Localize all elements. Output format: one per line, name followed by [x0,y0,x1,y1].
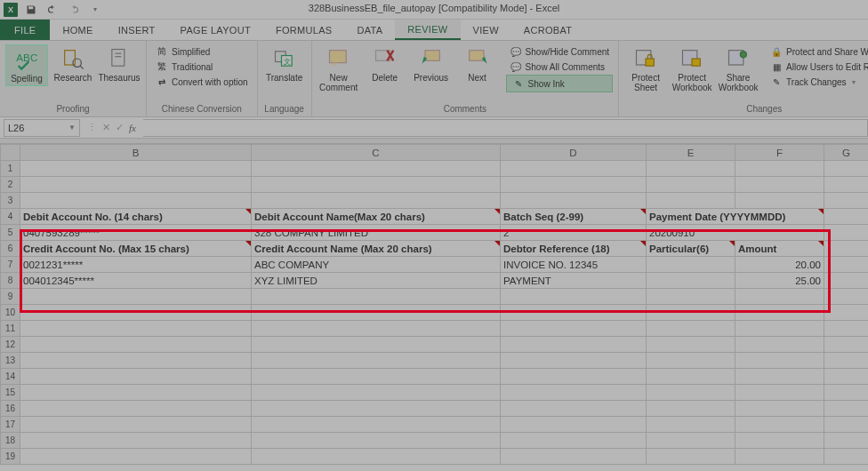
protect-workbook-button[interactable]: Protect Workbook [671,44,713,94]
row-header[interactable]: 12 [1,337,20,353]
delete-icon [373,46,398,71]
previous-comment-button[interactable]: Previous [410,44,453,84]
cell[interactable]: Debit Account No. (14 chars) [20,209,252,225]
protect-sheet-button[interactable]: Protect Sheet [624,44,667,94]
cell[interactable] [647,257,735,273]
cell[interactable]: PAYMENT [501,273,647,289]
show-hide-comment-button[interactable]: 💬Show/Hide Comment [506,44,613,59]
tab-view[interactable]: VIEW [461,20,511,40]
allow-users-button[interactable]: ▦Allow Users to Edit Ranges [767,60,868,74]
tab-review[interactable]: REVIEW [395,20,460,40]
enter-formula-button[interactable]: ✓ [116,122,124,133]
column-headers[interactable]: B C D E F G [1,145,869,161]
col-B[interactable]: B [20,145,252,161]
col-C[interactable]: C [252,145,501,161]
col-G[interactable]: G [824,145,869,161]
cell[interactable]: 0407593289***** [20,225,252,241]
cancel-formula-button[interactable]: ✕ [102,122,110,133]
redo-button[interactable] [66,2,82,18]
translate-button[interactable]: 文 Translate [263,44,306,84]
thesaurus-button[interactable]: Thesaurus [98,44,141,84]
dots-icon[interactable]: ⋮ [87,122,97,133]
formula-bar-row: L26 ▼ ⋮ ✕ ✓ fx [0,117,868,139]
cell[interactable]: Batch Seq (2-99) [501,209,647,225]
track-changes-button[interactable]: ✎Track Changes▾ [767,75,868,89]
row-header[interactable]: 13 [1,353,20,369]
cell[interactable]: Amount [735,241,824,257]
name-box[interactable]: L26 ▼ [4,119,80,137]
cell[interactable]: Debit Account Name(Max 20 chars) [252,209,501,225]
row-header[interactable]: 4 [1,209,20,225]
new-comment-button[interactable]: New Comment [317,44,360,94]
col-E[interactable]: E [647,145,735,161]
cell[interactable]: 328 COMPANY LIMITED [252,225,501,241]
show-ink-button[interactable]: ✎Show Ink [506,75,613,92]
protect-share-workbook-button[interactable]: 🔒Protect and Share Workbook [767,44,868,59]
table-row[interactable]: 4 Debit Account No. (14 chars) Debit Acc… [1,209,869,225]
tab-data[interactable]: DATA [344,20,395,40]
cell[interactable] [647,273,735,289]
row-header[interactable]: 6 [1,241,20,257]
row-header[interactable]: 2 [1,177,20,193]
tab-acrobat[interactable]: ACROBAT [511,20,584,40]
cell[interactable]: 0021231***** [20,257,252,273]
tab-formulas[interactable]: FORMULAS [263,20,345,40]
cell[interactable]: ABC COMPANY [252,257,501,273]
cell[interactable]: 20200910 [647,225,824,241]
undo-button[interactable] [44,2,60,18]
table-row[interactable]: 5 0407593289***** 328 COMPANY LIMITED 2 … [1,225,869,241]
cell[interactable]: 2 [501,225,647,241]
customize-qat-button[interactable]: ▾ [87,2,103,18]
row-header[interactable]: 18 [1,433,20,449]
simplified-button[interactable]: 简Simplified [152,44,252,59]
col-D[interactable]: D [501,145,647,161]
cell[interactable]: Payment Date (YYYYMMDD) [647,209,824,225]
cell[interactable]: INVOICE NO. 12345 [501,257,647,273]
share-workbook-button[interactable]: Share Workbook [717,44,760,94]
row-header[interactable]: 16 [1,401,20,417]
cell[interactable]: 25.00 [735,273,824,289]
row-header[interactable]: 8 [1,273,20,289]
save-button[interactable] [23,2,39,18]
row-header[interactable]: 1 [1,161,20,177]
spreadsheet-grid[interactable]: B C D E F G 1 2 3 4 Debit Account No. (1… [0,144,868,465]
formula-input[interactable] [143,119,868,137]
delete-comment-button[interactable]: Delete [364,44,406,84]
svg-rect-17 [646,59,654,66]
fx-icon[interactable]: fx [129,123,136,133]
research-button[interactable]: Research [52,44,94,84]
convert-option-button[interactable]: ⇄Convert with option [152,75,252,89]
row-header[interactable]: 11 [1,321,20,337]
cell[interactable]: XYZ LIMITED [252,273,501,289]
spelling-button[interactable]: ABC Spelling [5,44,48,86]
traditional-button[interactable]: 繁Traditional [152,60,252,74]
row-header[interactable]: 7 [1,257,20,273]
row-header[interactable]: 17 [1,417,20,433]
tab-home[interactable]: HOME [50,20,105,40]
row-header[interactable]: 14 [1,369,20,385]
row-header[interactable]: 9 [1,289,20,305]
show-all-comments-button[interactable]: 💬Show All Comments [506,60,613,74]
select-all-cell[interactable] [1,145,20,161]
tab-page-layout[interactable]: PAGE LAYOUT [168,20,263,40]
cell[interactable]: Debtor Reference (18) [501,241,647,257]
next-comment-button[interactable]: Next [456,44,499,84]
row-header[interactable]: 5 [1,225,20,241]
row-header[interactable]: 15 [1,385,20,401]
row-header[interactable]: 3 [1,193,20,209]
row-header[interactable]: 19 [1,449,20,465]
tab-insert[interactable]: INSERT [106,20,168,40]
group-chinese-label: Chinese Conversion [152,102,252,116]
col-F[interactable]: F [735,145,824,161]
cell[interactable]: Credit Account Name (Max 20 chars) [252,241,501,257]
protect-sheet-label: Protect Sheet [626,73,665,92]
cell[interactable]: Credit Account No. (Max 15 chars) [20,241,252,257]
cell[interactable]: 004012345***** [20,273,252,289]
cell[interactable]: Particular(6) [647,241,735,257]
table-row[interactable]: 8 004012345***** XYZ LIMITED PAYMENT 25.… [1,273,869,289]
table-row[interactable]: 6 Credit Account No. (Max 15 chars) Cred… [1,241,869,257]
tab-file[interactable]: FILE [0,20,50,40]
cell[interactable]: 20.00 [735,257,824,273]
table-row[interactable]: 7 0021231***** ABC COMPANY INVOICE NO. 1… [1,257,869,273]
row-header[interactable]: 10 [1,305,20,321]
